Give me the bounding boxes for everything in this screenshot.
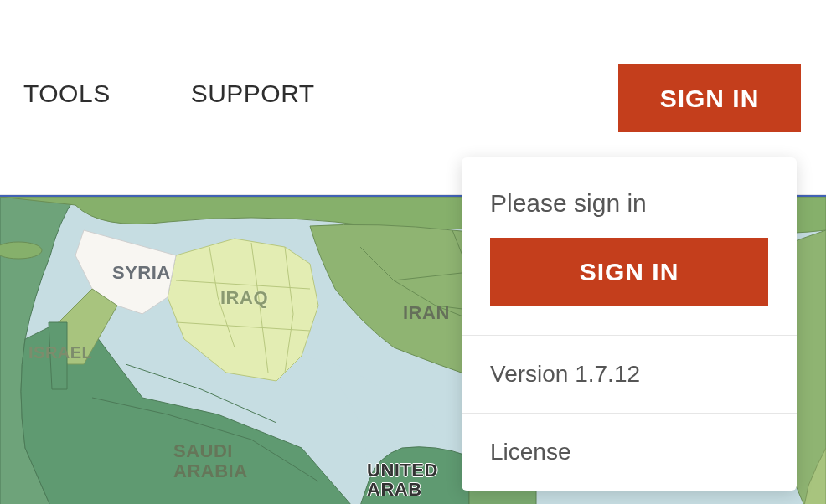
- dropdown-signin-button[interactable]: SIGN IN: [490, 238, 768, 306]
- signin-button[interactable]: SIGN IN: [618, 64, 801, 132]
- svg-point-1: [0, 242, 42, 259]
- signin-dropdown: Please sign in SIGN IN Version 1.7.12 Li…: [462, 157, 797, 491]
- nav-support[interactable]: SUPPORT: [191, 80, 315, 108]
- signin-prompt: Please sign in: [490, 189, 768, 218]
- license-link[interactable]: License: [490, 439, 768, 465]
- nav-tools[interactable]: TOOLS: [23, 80, 111, 108]
- version-text: Version 1.7.12: [490, 361, 768, 388]
